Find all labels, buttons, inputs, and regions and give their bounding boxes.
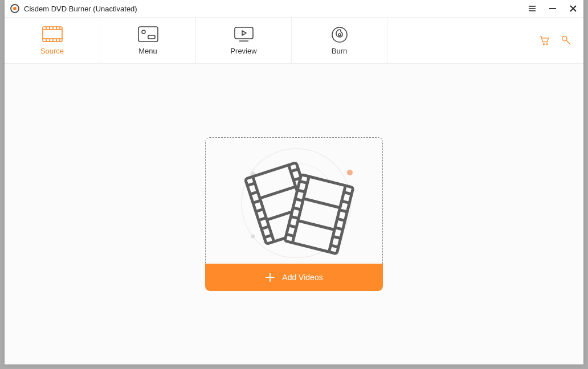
- svg-point-13: [347, 170, 353, 175]
- app-icon: [10, 4, 19, 13]
- svg-point-2: [142, 30, 145, 34]
- film-strips-icon: [220, 144, 368, 258]
- app-window: Cisdem DVD Burner (Unactivated) Source: [5, 0, 583, 364]
- tab-source-label: Source: [40, 47, 64, 55]
- svg-point-7: [543, 44, 544, 45]
- tab-preview[interactable]: Preview: [196, 18, 292, 63]
- window-controls: [528, 4, 578, 13]
- preview-tv-icon: [234, 26, 254, 42]
- burn-disc-icon: [329, 26, 350, 42]
- step-tabs: Source Menu Preview: [5, 17, 583, 64]
- add-videos-button[interactable]: Add Videos: [205, 264, 383, 291]
- svg-point-14: [251, 234, 255, 238]
- film-icon: [42, 26, 63, 42]
- menu-button[interactable]: [528, 4, 537, 13]
- key-icon[interactable]: [561, 35, 572, 46]
- dropzone: Add Videos: [205, 137, 383, 291]
- tab-menu[interactable]: Menu: [100, 18, 196, 63]
- titlebar: Cisdem DVD Burner (Unactivated): [5, 0, 583, 17]
- titlebar-right-icons: [539, 18, 583, 63]
- content-area: Add Videos: [5, 64, 583, 364]
- svg-rect-1: [138, 27, 158, 42]
- tab-menu-label: Menu: [138, 47, 157, 55]
- svg-rect-3: [148, 35, 155, 39]
- tab-burn-label: Burn: [332, 47, 347, 55]
- tab-burn[interactable]: Burn: [292, 18, 387, 63]
- svg-rect-4: [235, 27, 253, 39]
- add-videos-label: Add Videos: [282, 273, 322, 282]
- svg-rect-0: [43, 27, 62, 42]
- menu-grid-icon: [138, 26, 158, 42]
- svg-point-8: [546, 44, 548, 45]
- plus-icon: [265, 272, 275, 282]
- close-button[interactable]: [569, 4, 578, 13]
- cart-icon[interactable]: [539, 35, 550, 46]
- dropzone-illustration[interactable]: [205, 137, 383, 264]
- window-title: Cisdem DVD Burner (Unactivated): [24, 5, 137, 13]
- svg-point-6: [338, 34, 341, 36]
- tab-source[interactable]: Source: [5, 18, 100, 63]
- tab-preview-label: Preview: [230, 47, 256, 55]
- minimize-button[interactable]: [548, 4, 557, 13]
